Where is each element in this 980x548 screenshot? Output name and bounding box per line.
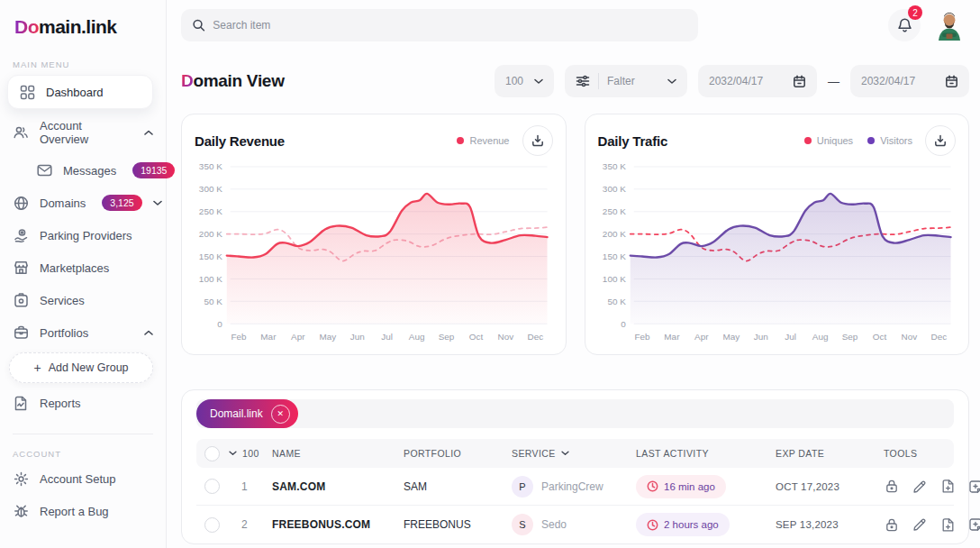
chevron-up-icon (144, 330, 153, 336)
svg-text:50 K: 50 K (204, 297, 222, 306)
legend-dot (457, 137, 464, 144)
filter-chip-label: Domail.link (210, 407, 263, 420)
services-box-icon (13, 292, 29, 308)
row-checkbox[interactable] (204, 479, 220, 494)
bug-icon (13, 503, 29, 519)
sidebar-item-portfolios[interactable]: Portfolios (0, 316, 166, 349)
notifications-button[interactable]: 2 (888, 9, 921, 41)
add-new-group-button[interactable]: + Add New Group (9, 352, 153, 383)
chevron-down-icon (534, 78, 543, 85)
legend-item: Visitors (867, 135, 912, 146)
file-plus-button[interactable] (939, 479, 956, 495)
report-document-icon (13, 395, 29, 411)
daily-revenue-chart: 050 K100 K150 K200 K250 K300 K350 KFebMa… (195, 160, 553, 345)
legend-item: Uniques (804, 135, 853, 146)
svg-text:150 K: 150 K (602, 251, 625, 261)
search-bar (181, 9, 698, 41)
domain-name: FREEBONUS.COM (272, 518, 404, 531)
svg-text:Jun: Jun (753, 332, 767, 342)
page-head: Domain View 100 Falter 2032/04/17 (181, 65, 969, 97)
legend-item: Revenue (457, 135, 509, 146)
sidebar-item-account-setup[interactable]: Account Setup (0, 462, 166, 495)
filter-chip-bar: Domail.link ✕ (196, 399, 954, 428)
legend-label: Uniques (817, 135, 853, 146)
file-plus-button[interactable] (939, 516, 956, 533)
user-avatar[interactable] (933, 9, 966, 41)
activity-pill: 16 min ago (636, 475, 726, 498)
tools-cell (884, 479, 980, 495)
edit-button[interactable] (912, 516, 928, 533)
date-to-picker[interactable]: 2032/04/17 (850, 65, 969, 97)
download-chart-button[interactable] (925, 125, 956, 156)
sidebar-item-marketplaces[interactable]: Marketplaces (0, 251, 166, 284)
sidebar-item-label: Marketplaces (40, 261, 109, 275)
charts-row: Daily Revenue Revenue 050 K100 K150 K200… (181, 114, 969, 355)
chevron-down-icon (667, 78, 676, 85)
svg-text:200 K: 200 K (199, 229, 222, 239)
sidebar-item-reports[interactable]: Reports (0, 387, 166, 419)
filter-divider (598, 73, 599, 89)
svg-text:Jul: Jul (381, 332, 393, 342)
download-chart-button[interactable] (522, 125, 553, 156)
svg-text:250 K: 250 K (199, 206, 222, 216)
svg-text:0: 0 (217, 319, 222, 329)
bell-icon (897, 17, 912, 33)
svg-text:Sep: Sep (841, 332, 858, 342)
tools-cell (884, 516, 980, 533)
filter-dropdown[interactable]: Falter (565, 65, 687, 97)
chevron-down-icon (229, 451, 237, 456)
service-cell: P ParkingCrew (512, 476, 636, 498)
filter-chip[interactable]: Domail.link ✕ (196, 399, 298, 428)
lock-button[interactable] (884, 479, 900, 495)
header-service[interactable]: SERVICE (512, 448, 636, 459)
note-plus-button[interactable] (967, 516, 980, 533)
legend-dot (867, 137, 875, 144)
row-checkbox[interactable] (204, 517, 220, 533)
legend-label: Revenue (469, 135, 509, 146)
download-icon (934, 134, 947, 147)
date-from-picker[interactable]: 2032/04/17 (698, 65, 817, 97)
sidebar-item-label: Services (40, 294, 85, 307)
note-plus-button[interactable] (967, 479, 980, 495)
page-size-dropdown[interactable]: 100 (495, 65, 554, 97)
svg-text:100 K: 100 K (602, 274, 625, 284)
sidebar-item-services[interactable]: Services (0, 284, 166, 316)
search-icon (192, 18, 205, 32)
app-root: Domain.link MAIN MENU Dashboard Account … (0, 0, 980, 548)
sidebar-item-report-a-bug[interactable]: Report a Bug (0, 495, 166, 527)
header-exp-date: EXP DATE (776, 448, 884, 459)
svg-text:Jun: Jun (350, 332, 365, 342)
header-page-size[interactable]: 100 (229, 448, 272, 459)
search-input[interactable] (213, 19, 687, 32)
sidebar-divider (13, 434, 153, 434)
sidebar-item-label: Reports (40, 397, 81, 410)
svg-text:150 K: 150 K (199, 251, 222, 261)
sidebar-item-label: Messages (63, 164, 116, 178)
chart-legend: Uniques Visitors (804, 135, 912, 146)
page-title-first: D (181, 71, 193, 90)
chip-close-button[interactable]: ✕ (271, 405, 290, 424)
svg-text:100 K: 100 K (199, 274, 222, 284)
chart-title: Daily Trafic (598, 133, 668, 149)
sidebar-item-dashboard[interactable]: Dashboard (7, 75, 153, 109)
users-icon (13, 124, 29, 141)
account-section-label: ACCOUNT (0, 438, 166, 462)
plus-icon: + (33, 361, 41, 375)
select-all-checkbox[interactable] (204, 446, 220, 461)
sidebar-item-label: Account Overview (40, 119, 133, 146)
sidebar-item-parking-providers[interactable]: Parking Providers (0, 219, 166, 251)
sliders-icon (576, 75, 590, 87)
svg-text:Feb: Feb (231, 332, 247, 342)
sidebar-item-domains[interactable]: Domains 3,125 (0, 187, 166, 219)
sidebar-item-messages[interactable]: Messages 19135 (0, 154, 166, 187)
domains-table-card: Domail.link ✕ 100 NAME PORTFOLIO SERVICE (181, 389, 969, 544)
sidebar-item-account-overview[interactable]: Account Overview (0, 111, 166, 154)
edit-button[interactable] (912, 479, 928, 495)
download-icon (531, 134, 544, 147)
close-icon: ✕ (277, 409, 284, 418)
calendar-icon (945, 75, 958, 88)
service-avatar: P (512, 476, 533, 498)
parking-coin-hand-icon (13, 227, 29, 243)
header-controls: 100 Falter 2032/04/17 — (495, 65, 969, 97)
lock-button[interactable] (884, 516, 900, 533)
